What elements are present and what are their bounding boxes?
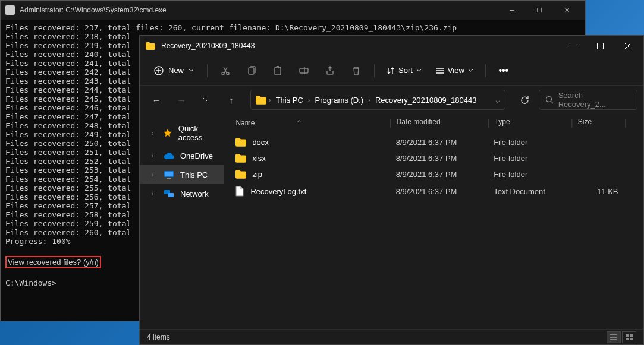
network-icon <box>164 188 174 199</box>
refresh-button[interactable] <box>514 90 535 110</box>
chevron-right-icon: › <box>152 191 158 197</box>
view-button[interactable]: View <box>430 62 479 78</box>
breadcrumb-drive[interactable]: Programs (D:) <box>313 94 366 106</box>
file-type: Text Document <box>494 187 565 196</box>
chevron-right-icon: › <box>308 96 310 103</box>
folder-icon <box>146 42 155 50</box>
sort-button[interactable]: Sort <box>381 62 428 78</box>
file-row[interactable]: zip|8/9/2021 6:37 PM|File folder| <box>224 166 643 182</box>
file-type: File folder <box>494 170 565 179</box>
svg-rect-1 <box>597 43 603 49</box>
separator: | <box>620 118 632 128</box>
file-type: File folder <box>494 138 565 147</box>
separator: | <box>566 118 578 128</box>
chevron-down-icon <box>189 69 194 72</box>
copy-button[interactable] <box>240 60 263 81</box>
status-text: 4 items <box>147 333 170 341</box>
file-row[interactable]: xlsx|8/9/2021 6:37 PM|File folder| <box>224 150 643 166</box>
view-icon <box>436 67 444 75</box>
rename-button[interactable] <box>292 60 316 81</box>
search-input[interactable]: Search Recovery_2... <box>539 90 637 110</box>
view-label: View <box>448 66 464 75</box>
sidebar-item-this-pc[interactable]: ›This PC <box>140 165 224 184</box>
cloud-icon <box>164 150 174 161</box>
explorer-navbar: ← → ↑ › This PC › Programs (D:) › Recove… <box>140 86 643 114</box>
close-button[interactable]: ✕ <box>553 1 580 20</box>
svg-rect-12 <box>167 178 171 179</box>
svg-rect-14 <box>168 193 174 197</box>
close-button[interactable] <box>614 36 641 56</box>
sort-icon <box>387 67 395 75</box>
maximize-button[interactable] <box>586 36 614 56</box>
breadcrumb[interactable]: › This PC › Programs (D:) › Recovery_202… <box>250 90 505 110</box>
file-name: docx <box>252 138 268 147</box>
sidebar-item-quick-access[interactable]: ›Quick access <box>140 120 224 146</box>
folder-icon <box>235 154 246 163</box>
search-icon <box>545 96 554 104</box>
file-type: File folder <box>494 154 565 163</box>
col-type[interactable]: Type <box>495 118 566 128</box>
breadcrumb-folder[interactable]: Recovery_20210809_180443 <box>373 94 479 106</box>
sidebar-item-onedrive[interactable]: ›OneDrive <box>140 146 224 165</box>
explorer-toolbar: New Sort View ••• <box>140 56 643 86</box>
more-button[interactable]: ••• <box>492 60 516 81</box>
separator <box>374 64 375 77</box>
up-button[interactable]: ↑ <box>221 89 242 110</box>
view-details-button[interactable] <box>607 331 621 343</box>
col-size[interactable]: Size <box>578 118 620 128</box>
column-headers[interactable]: Name⌃ | Date modified | Type | Size | <box>224 114 643 132</box>
separator: | <box>384 118 396 128</box>
status-bar: 4 items <box>140 329 643 344</box>
back-button[interactable]: ← <box>146 89 167 110</box>
separator: | <box>483 118 495 128</box>
share-button[interactable] <box>318 60 342 81</box>
svg-rect-5 <box>249 68 254 74</box>
svg-rect-15 <box>626 334 629 337</box>
col-date[interactable]: Date modified <box>397 118 483 128</box>
file-date: 8/9/2021 6:37 PM <box>396 170 482 179</box>
file-date: 8/9/2021 6:37 PM <box>396 154 482 163</box>
svg-rect-17 <box>626 338 629 340</box>
file-pane: Name⌃ | Date modified | Type | Size | do… <box>224 114 643 329</box>
file-name: xlsx <box>252 154 265 163</box>
file-name: zip <box>252 170 262 179</box>
minimize-button[interactable]: ─ <box>498 1 526 20</box>
cut-button[interactable] <box>213 60 237 81</box>
chevron-right-icon: › <box>269 96 271 103</box>
recent-button[interactable] <box>196 89 217 110</box>
chevron-down-icon[interactable]: ⌵ <box>495 96 500 105</box>
search-placeholder: Search Recovery_2... <box>558 91 631 109</box>
svg-point-9 <box>546 97 552 102</box>
chevron-right-icon: › <box>152 172 158 178</box>
plus-circle-icon <box>154 66 164 75</box>
breadcrumb-root[interactable]: This PC <box>274 94 306 106</box>
sort-indicator-icon: ⌃ <box>296 119 302 127</box>
view-large-button[interactable] <box>622 331 636 343</box>
chevron-right-icon: › <box>368 96 370 103</box>
delete-button[interactable] <box>344 60 368 81</box>
file-date: 8/9/2021 6:37 PM <box>396 187 482 196</box>
svg-rect-18 <box>630 338 633 340</box>
new-button[interactable]: New <box>147 62 201 79</box>
paste-button[interactable] <box>266 60 290 81</box>
file-size: 11 KB <box>577 187 618 196</box>
sidebar-item-label: OneDrive <box>180 151 213 160</box>
cmd-titlebar[interactable]: Administrator: C:\Windows\System32\cmd.e… <box>1 1 585 20</box>
sidebar-item-network[interactable]: ›Network <box>140 184 224 203</box>
explorer-titlebar[interactable]: Recovery_20210809_180443 <box>140 36 643 56</box>
col-name[interactable]: Name <box>235 119 255 127</box>
file-list: docx|8/9/2021 6:37 PM|File folder|xlsx|8… <box>224 132 643 329</box>
svg-rect-0 <box>570 46 576 46</box>
chevron-right-icon: › <box>152 153 158 159</box>
file-row[interactable]: RecoveryLog.txt|8/9/2021 6:37 PM|Text Do… <box>224 182 643 200</box>
sidebar-item-label: Network <box>180 189 209 198</box>
file-row[interactable]: docx|8/9/2021 6:37 PM|File folder| <box>224 134 643 150</box>
maximize-button[interactable]: ☐ <box>526 1 553 20</box>
svg-point-4 <box>227 72 229 75</box>
file-icon <box>235 186 244 197</box>
minimize-button[interactable] <box>559 36 586 56</box>
chevron-right-icon: › <box>152 130 157 137</box>
forward-button[interactable]: → <box>171 89 192 110</box>
folder-icon <box>235 170 246 179</box>
sidebar-item-label: Quick access <box>178 124 219 142</box>
